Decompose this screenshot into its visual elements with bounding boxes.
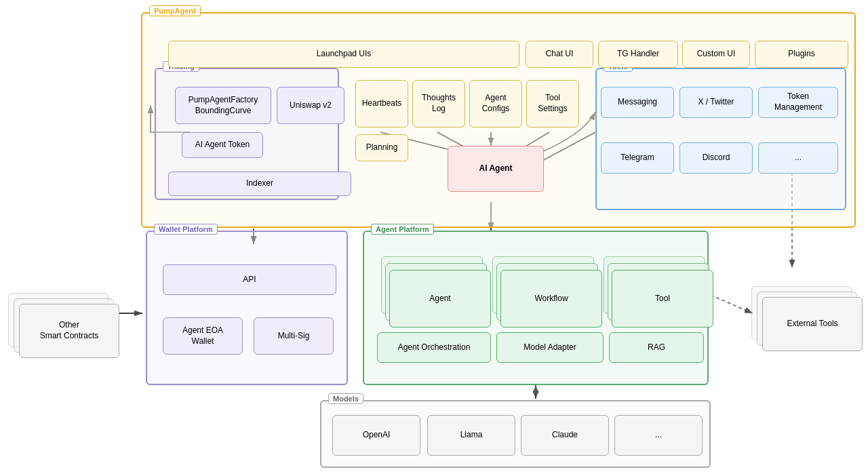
api-box: API xyxy=(163,264,336,295)
tool-settings-box: Tool Settings xyxy=(526,80,579,127)
chat-ui-box: Chat UI xyxy=(526,41,593,68)
discord-box: Discord xyxy=(679,142,753,174)
agent-platform-label: Agent Platform xyxy=(371,224,434,235)
external-tools-box: External Tools xyxy=(762,297,863,351)
more-tools-box: ... xyxy=(758,142,838,174)
ai-agent-token-box: AI Agent Token xyxy=(182,132,263,158)
token-management-box: Token Management xyxy=(758,87,838,118)
openai-box: OpenAI xyxy=(332,415,420,456)
messaging-box: Messaging xyxy=(601,87,674,118)
more-models-box: ... xyxy=(614,415,703,456)
agent-eoa-wallet-box: Agent EOA Wallet xyxy=(163,317,243,355)
tool-box: Tool xyxy=(612,270,713,328)
multi-sig-box: Multi-Sig xyxy=(254,317,334,355)
uniswap-v2-box: Uniswap v2 xyxy=(277,87,344,124)
llama-box: Llama xyxy=(427,415,515,456)
x-twitter-box: X / Twitter xyxy=(679,87,753,118)
pump-agent-factory-box: PumpAgentFactory BoundingCurve xyxy=(175,87,271,124)
custom-ui-box: Custom UI xyxy=(682,41,750,68)
agent-box: Agent xyxy=(389,270,491,328)
thoughts-log-box: Thoughts Log xyxy=(412,80,465,127)
tg-handler-box: TG Handler xyxy=(598,41,678,68)
agent-orchestration-box: Agent Orchestration xyxy=(377,332,491,363)
models-label: Models xyxy=(328,393,363,404)
agent-configs-box: Agent Configs xyxy=(469,80,522,127)
workflow-box: Workflow xyxy=(500,270,602,328)
wallet-platform-section: Wallet Platform xyxy=(146,231,348,385)
plugins-box: Plugins xyxy=(755,41,848,68)
svg-line-13 xyxy=(711,295,753,313)
claude-box: Claude xyxy=(521,415,609,456)
pump-agent-label: PumpAgent xyxy=(149,5,201,16)
indexer-box: Indexer xyxy=(168,172,351,196)
diagram: PumpAgent Trading Tools Wallet Platform … xyxy=(0,0,868,476)
heartbeats-box: Heartbeats xyxy=(355,80,408,127)
planning-box: Planning xyxy=(355,134,408,161)
rag-box: RAG xyxy=(609,332,704,363)
launchpad-uis-box: Launchpad UIs xyxy=(168,41,519,68)
ai-agent-box: AI Agent xyxy=(448,146,544,192)
wallet-platform-label: Wallet Platform xyxy=(154,224,218,235)
other-smart-contracts-box: Other Smart Contracts xyxy=(19,304,119,358)
telegram-box: Telegram xyxy=(601,142,674,174)
model-adapter-box: Model Adapter xyxy=(496,332,604,363)
